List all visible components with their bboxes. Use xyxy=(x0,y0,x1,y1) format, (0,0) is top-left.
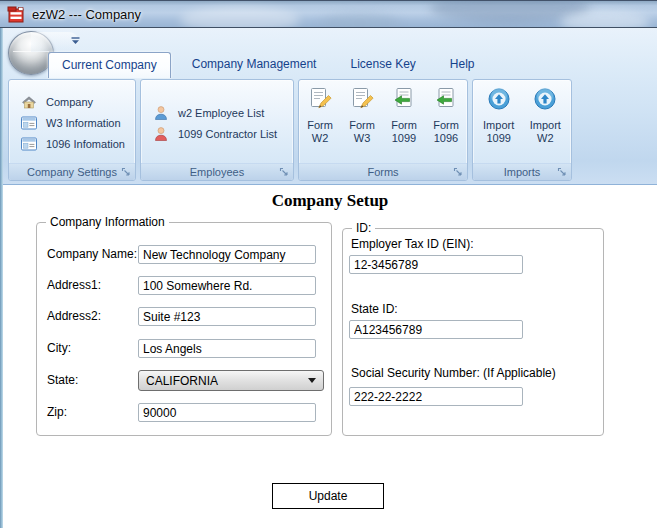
form-edit-icon xyxy=(350,87,374,111)
dialog-launcher-icon[interactable] xyxy=(557,167,568,178)
company-information-legend: Company Information xyxy=(46,215,169,229)
zip-label: Zip: xyxy=(47,405,67,419)
button-label-line1: Form xyxy=(391,119,417,132)
form-edit-icon xyxy=(308,87,332,111)
company-information-groupbox: Company Information Company Name: Addres… xyxy=(36,222,332,436)
ezw2-app-icon xyxy=(7,6,27,24)
button-label: 1096 Infomation xyxy=(46,138,125,150)
button-label-line2: W3 xyxy=(354,132,371,145)
button-w3-information[interactable]: W3 Information xyxy=(9,112,135,133)
import-up-icon xyxy=(487,87,511,111)
group-label-text: Company Settings xyxy=(27,166,117,178)
dialog-launcher-icon[interactable] xyxy=(279,167,290,178)
form-green-arrow-icon xyxy=(392,87,416,111)
button-label-line2: 1096 xyxy=(434,132,458,145)
main-content: Company Setup Company Information Compan… xyxy=(3,185,657,528)
button-w2-employee-list[interactable]: w2 Employee List xyxy=(141,102,293,123)
button-label-line1: Form xyxy=(433,119,459,132)
button-label-line2: 1099 xyxy=(392,132,416,145)
form-list-icon xyxy=(21,136,37,152)
button-import-1099[interactable]: Import 1099 xyxy=(478,87,520,163)
group-company-settings: Company W3 Information xyxy=(8,79,136,181)
button-label-line1: Import xyxy=(483,119,514,132)
chevron-down-icon xyxy=(308,378,316,383)
group-label-employees: Employees xyxy=(141,163,293,180)
state-label: State: xyxy=(47,373,78,387)
group-label-text: Employees xyxy=(190,166,244,178)
import-up-icon xyxy=(533,87,557,111)
group-label-imports: Imports xyxy=(473,163,571,180)
address1-input[interactable] xyxy=(138,276,316,295)
aero-glass-highlight xyxy=(560,11,650,28)
id-legend: ID: xyxy=(352,221,375,235)
group-label-forms: Forms xyxy=(299,163,467,180)
button-label-line2: W2 xyxy=(312,132,329,145)
tab-license-key[interactable]: License Key xyxy=(337,52,428,78)
group-label-text: Imports xyxy=(504,166,541,178)
dialog-launcher-icon[interactable] xyxy=(121,167,132,178)
button-label-line1: Import xyxy=(530,119,561,132)
person-blue-icon xyxy=(153,105,169,121)
button-label: 1099 Contractor List xyxy=(178,128,277,140)
address2-label: Address2: xyxy=(47,309,101,323)
group-label-text: Forms xyxy=(367,166,398,178)
group-imports: Import 1099 Import W2 xyxy=(472,79,572,181)
address1-label: Address1: xyxy=(47,278,101,292)
dialog-launcher-icon[interactable] xyxy=(453,167,464,178)
group-label-company-settings: Company Settings xyxy=(9,163,135,180)
ein-input[interactable] xyxy=(349,255,523,274)
state-select-value: CALIFORNIA xyxy=(146,374,218,388)
page-title: Company Setup xyxy=(3,191,657,211)
button-label-line1: Form xyxy=(349,119,375,132)
state-id-input[interactable] xyxy=(349,320,523,339)
button-label: w2 Employee List xyxy=(178,107,264,119)
button-form-w2[interactable]: Form W2 xyxy=(299,87,341,163)
tab-company-management[interactable]: Company Management xyxy=(179,52,330,78)
window-title: ezW2 --- Company xyxy=(32,7,141,22)
qat-dropdown-arrow-icon[interactable] xyxy=(71,37,80,45)
state-select[interactable]: CALIFORNIA xyxy=(138,370,324,391)
group-employees: w2 Employee List 1099 Contractor List Em… xyxy=(140,79,294,181)
city-label: City: xyxy=(47,341,71,355)
address2-input[interactable] xyxy=(138,307,316,326)
aero-glass-highlight xyxy=(180,7,300,28)
group-forms: Form W2 Form xyxy=(298,79,468,181)
button-company[interactable]: Company xyxy=(9,91,135,112)
button-label-line2: 1099 xyxy=(486,132,510,145)
person-red-icon xyxy=(153,126,169,142)
app-window: ezW2 --- Company Current Company Company… xyxy=(0,0,657,528)
tab-current-company[interactable]: Current Company xyxy=(48,52,171,78)
update-button[interactable]: Update xyxy=(272,483,384,509)
state-id-label: State ID: xyxy=(351,302,398,316)
button-1096-information[interactable]: 1096 Infomation xyxy=(9,133,135,154)
ssn-label: Social Security Number: (If Applicable) xyxy=(351,366,556,380)
button-label: Company xyxy=(46,96,93,108)
zip-input[interactable] xyxy=(138,403,316,422)
button-form-1099[interactable]: Form 1099 xyxy=(383,87,425,163)
ribbon-tab-bar: Current Company Company Management Licen… xyxy=(48,52,488,78)
button-label-line1: Form xyxy=(307,119,333,132)
button-1099-contractor-list[interactable]: 1099 Contractor List xyxy=(141,123,293,144)
form-list-icon xyxy=(21,115,37,131)
house-icon xyxy=(21,94,37,110)
button-import-w2[interactable]: Import W2 xyxy=(524,87,566,163)
company-name-label: Company Name: xyxy=(47,247,137,261)
tab-help[interactable]: Help xyxy=(437,52,488,78)
button-label-line2: W2 xyxy=(537,132,554,145)
ribbon: Current Company Company Management Licen… xyxy=(3,28,657,185)
title-bar[interactable]: ezW2 --- Company xyxy=(0,0,657,28)
ribbon-groups: Company W3 Information xyxy=(8,79,576,181)
company-name-input[interactable] xyxy=(138,245,316,264)
button-form-w3[interactable]: Form W3 xyxy=(341,87,383,163)
button-form-1096[interactable]: Form 1096 xyxy=(425,87,467,163)
id-groupbox: ID: Employer Tax ID (EIN): State ID: Soc… xyxy=(342,228,604,436)
aero-glass-shadow xyxy=(320,13,400,28)
ein-label: Employer Tax ID (EIN): xyxy=(351,237,473,251)
ssn-input[interactable] xyxy=(349,387,523,406)
button-label: W3 Information xyxy=(46,117,121,129)
form-green-arrow-icon xyxy=(434,87,458,111)
city-input[interactable] xyxy=(138,339,316,358)
